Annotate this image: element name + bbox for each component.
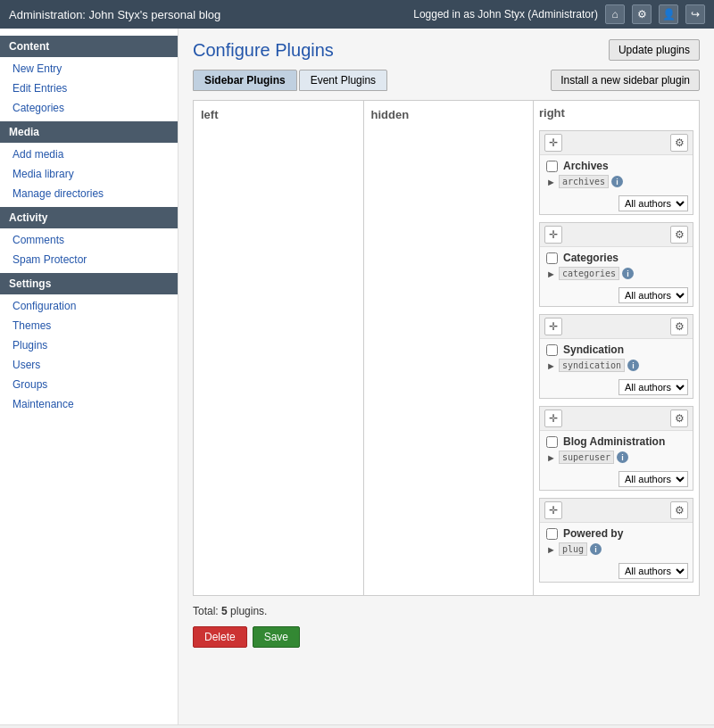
sidebar-item-themes[interactable]: Themes	[0, 316, 178, 335]
plugin-blog-admin-code: superuser	[559, 451, 614, 464]
plugin-syndication-meta: ► syndication i	[546, 359, 686, 372]
plugin-archives-authors-select[interactable]: All authors	[619, 195, 688, 211]
plugin-card-blog-admin: ✛ ⚙ Blog Administration ► superuser i	[539, 406, 693, 491]
plugin-categories-move-button[interactable]: ✛	[544, 226, 562, 244]
sidebar-item-maintenance[interactable]: Maintenance	[0, 394, 178, 414]
plugin-archives-meta: ► archives i	[546, 175, 686, 188]
plugin-syndication-move-button[interactable]: ✛	[544, 318, 562, 335]
sidebar-section-content-header: Content	[0, 36, 178, 57]
sidebar-item-manage-directories[interactable]: Manage directories	[0, 184, 178, 203]
sidebar-item-groups[interactable]: Groups	[0, 375, 178, 394]
plugin-archives-authors: All authors	[540, 193, 693, 214]
sidebar-item-media-library[interactable]: Media library	[0, 164, 178, 184]
plugin-blog-admin-meta: ► superuser i	[546, 451, 686, 464]
plugin-syndication-config-button[interactable]: ⚙	[670, 318, 688, 335]
plugin-blog-admin-name: Blog Administration	[546, 435, 686, 448]
sidebar-item-add-media[interactable]: Add media	[0, 145, 178, 164]
total-line: Total: 5 plugins.	[193, 605, 700, 617]
plugin-archives-info-icon[interactable]: i	[611, 176, 623, 187]
plugin-powered-by-checkbox[interactable]	[546, 528, 558, 540]
topbar: Administration: John Styx's personal blo…	[0, 0, 714, 29]
tab-sidebar-plugins[interactable]: Sidebar Plugins	[193, 70, 297, 91]
sidebar-item-categories[interactable]: Categories	[0, 98, 178, 118]
sidebar: Content New Entry Edit Entries Categorie…	[0, 29, 178, 724]
plugin-categories-checkbox[interactable]	[546, 252, 558, 264]
plugin-archives-label[interactable]: Archives	[563, 160, 609, 172]
delete-button[interactable]: Delete	[193, 626, 247, 648]
plugin-categories-label[interactable]: Categories	[563, 252, 619, 264]
plugin-powered-by-info-icon[interactable]: i	[590, 543, 602, 555]
main-content: Configure Plugins Update plugins Sidebar…	[178, 29, 714, 724]
plugin-categories-meta: ► categories i	[546, 267, 686, 280]
plugin-categories-authors-select[interactable]: All authors	[619, 287, 688, 303]
page-header: Configure Plugins Update plugins	[193, 39, 700, 61]
right-column: right ✛ ⚙ Archives ► archive	[534, 101, 699, 595]
plugin-powered-by-name: Powered by	[546, 527, 686, 540]
plugin-blog-admin-config-button[interactable]: ⚙	[670, 410, 688, 427]
plugin-card-archives-toolbar: ✛ ⚙	[540, 131, 693, 155]
plugin-card-powered-by: ✛ ⚙ Powered by ► plug i	[539, 498, 693, 583]
layout: Content New Entry Edit Entries Categorie…	[0, 29, 714, 724]
sidebar-item-plugins[interactable]: Plugins	[0, 335, 178, 355]
sidebar-section-activity-header: Activity	[0, 207, 178, 228]
install-sidebar-plugin-button[interactable]: Install a new sidebar plugin	[551, 70, 700, 91]
plugins-word: plugins.	[230, 605, 267, 617]
plugin-syndication-info-icon[interactable]: i	[627, 360, 639, 371]
plugin-card-archives-body: Archives ► archives i	[540, 155, 693, 193]
tab-event-plugins[interactable]: Event Plugins	[299, 70, 387, 91]
user-button[interactable]: 👤	[659, 4, 678, 24]
plugin-blog-admin-authors-select[interactable]: All authors	[619, 471, 688, 487]
topbar-right: Logged in as John Styx (Administrator) ⌂…	[413, 4, 705, 24]
plugin-powered-by-meta: ► plug i	[546, 542, 686, 556]
sidebar-item-configuration[interactable]: Configuration	[0, 296, 178, 316]
plugin-blog-admin-info-icon[interactable]: i	[617, 451, 628, 463]
plugin-powered-by-move-button[interactable]: ✛	[544, 501, 562, 519]
action-buttons: Delete Save	[193, 626, 700, 648]
sidebar-item-new-entry[interactable]: New Entry	[0, 59, 178, 79]
page-title: Configure Plugins	[193, 40, 334, 61]
plugin-blog-admin-checkbox[interactable]	[546, 436, 558, 448]
left-column: left	[194, 101, 364, 595]
plugin-archives-checkbox[interactable]	[546, 161, 558, 172]
plugin-card-syndication-body: Syndication ► syndication i	[540, 339, 693, 376]
plugin-blog-admin-move-button[interactable]: ✛	[544, 410, 562, 427]
plugin-categories-config-button[interactable]: ⚙	[670, 226, 688, 244]
save-button[interactable]: Save	[253, 626, 300, 648]
sidebar-item-spam-protector[interactable]: Spam Protector	[0, 250, 178, 269]
sidebar-section-settings-header: Settings	[0, 273, 178, 294]
plugin-archives-arrow: ►	[546, 177, 556, 187]
logout-button[interactable]: ↪	[685, 4, 705, 24]
plugin-powered-by-label[interactable]: Powered by	[563, 527, 623, 540]
plugin-blog-admin-label[interactable]: Blog Administration	[563, 435, 665, 448]
home-button[interactable]: ⌂	[605, 4, 625, 24]
right-column-header: right	[539, 106, 693, 123]
sidebar-item-users[interactable]: Users	[0, 355, 178, 375]
plugin-syndication-name: Syndication	[546, 343, 686, 356]
sidebar-item-edit-entries[interactable]: Edit Entries	[0, 79, 178, 98]
plugin-card-categories-body: Categories ► categories i	[540, 247, 693, 285]
plugin-powered-by-arrow: ►	[546, 544, 556, 555]
gear-button[interactable]: ⚙	[632, 4, 652, 24]
plugin-archives-config-button[interactable]: ⚙	[670, 134, 688, 152]
plugin-card-syndication: ✛ ⚙ Syndication ► syndication i	[539, 314, 693, 399]
plugin-categories-authors: All authors	[540, 285, 693, 306]
tabs: Sidebar Plugins Event Plugins	[193, 70, 387, 91]
update-plugins-button[interactable]: Update plugins	[609, 39, 700, 61]
plugin-syndication-authors-select[interactable]: All authors	[619, 379, 688, 395]
plugin-archives-move-button[interactable]: ✛	[544, 134, 562, 152]
plugin-powered-by-config-button[interactable]: ⚙	[670, 501, 688, 519]
plugin-powered-by-code: plug	[559, 542, 587, 556]
topbar-title: Administration: John Styx's personal blo…	[9, 8, 220, 21]
plugin-archives-name: Archives	[546, 160, 686, 172]
plugin-syndication-label[interactable]: Syndication	[563, 343, 624, 356]
sidebar-section-media: Media Add media Media library Manage dir…	[0, 121, 178, 203]
plugin-syndication-arrow: ►	[546, 360, 556, 371]
plugin-categories-info-icon[interactable]: i	[622, 268, 634, 279]
plugin-powered-by-authors-select[interactable]: All authors	[619, 563, 688, 579]
plugin-syndication-checkbox[interactable]	[546, 344, 558, 356]
plugin-card-powered-by-toolbar: ✛ ⚙	[540, 499, 693, 523]
plugin-card-blog-admin-body: Blog Administration ► superuser i	[540, 431, 693, 468]
plugin-categories-arrow: ►	[546, 269, 556, 279]
plugin-syndication-code: syndication	[559, 359, 625, 372]
sidebar-item-comments[interactable]: Comments	[0, 230, 178, 250]
